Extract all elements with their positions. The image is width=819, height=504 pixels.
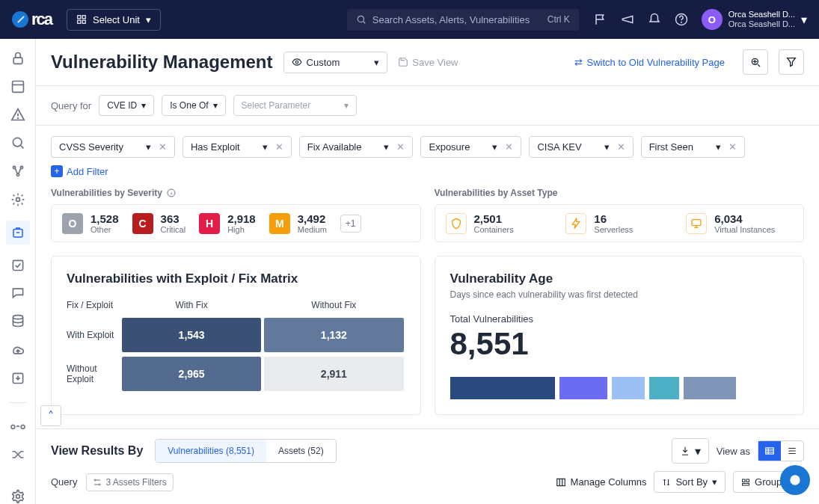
checklist-icon[interactable] xyxy=(10,258,25,273)
age-bar-segment[interactable] xyxy=(612,377,645,399)
matrix-cell[interactable]: 1,543 xyxy=(122,318,261,352)
info-icon[interactable] xyxy=(167,188,176,197)
severity-count: 1,528 xyxy=(91,212,119,225)
asset-item-virtual-instances[interactable]: 6,034Virtual Instances xyxy=(686,212,793,234)
manage-columns-button[interactable]: Manage Columns xyxy=(556,476,647,488)
svg-point-4 xyxy=(358,16,364,22)
severity-item-high[interactable]: H2,918High xyxy=(199,212,256,234)
infinity-icon[interactable] xyxy=(10,420,25,434)
view-mode-dropdown[interactable]: Custom ▾ xyxy=(283,52,388,73)
chevron-down-icon: ▾ xyxy=(146,141,151,153)
severity-block: Vulnerabilities by Severity O1,528OtherC… xyxy=(51,188,421,242)
assets-filter-chip[interactable]: 3 Assets Filters xyxy=(86,473,173,491)
chat-fab[interactable] xyxy=(780,465,810,495)
age-title: Vulnerability Age xyxy=(450,271,789,286)
select-unit-dropdown[interactable]: Select Unit ▾ xyxy=(67,9,161,31)
graph-icon[interactable] xyxy=(10,164,25,179)
severity-title-text: Vulnerabilities by Severity xyxy=(51,188,162,198)
query-operator-dropdown[interactable]: Is One Of▾ xyxy=(162,95,225,116)
close-icon[interactable]: ✕ xyxy=(396,141,405,153)
sidebar-divider xyxy=(9,402,27,403)
export-button[interactable]: ▾ xyxy=(672,438,709,464)
filter-label: Exposure xyxy=(429,141,470,153)
filter-chip-has-exploit[interactable]: Has Exploit▾✕ xyxy=(182,136,292,158)
severity-item-critical[interactable]: C363Critical xyxy=(132,212,186,234)
settings-icon[interactable] xyxy=(10,489,25,504)
avatar-initial: O xyxy=(708,14,716,25)
severity-badge: C xyxy=(132,213,153,234)
age-bar-segment[interactable] xyxy=(559,377,607,399)
expand-panel-button[interactable]: ˄ xyxy=(40,405,61,426)
filter-chip-fix-available[interactable]: Fix Available▾✕ xyxy=(299,136,414,158)
severity-label: Other xyxy=(91,225,119,234)
chat-icon[interactable] xyxy=(10,286,25,301)
flag-icon[interactable] xyxy=(594,13,607,26)
close-icon[interactable]: ✕ xyxy=(617,141,625,153)
page-header: Vulnerability Management Custom ▾ Save V… xyxy=(36,39,819,86)
age-bar-segment[interactable] xyxy=(450,377,555,399)
global-search[interactable]: Search Assets, Alerts, Vulnerabilities C… xyxy=(347,9,579,31)
help-icon[interactable] xyxy=(675,13,688,26)
gear-icon[interactable] xyxy=(10,192,25,207)
chevron-down-icon: ▾ xyxy=(716,141,721,153)
filter-chip-cisa-kev[interactable]: CISA KEV▾✕ xyxy=(529,136,633,158)
matrix-cell[interactable]: 1,132 xyxy=(264,318,403,352)
vulnerability-nav-icon[interactable] xyxy=(6,221,30,245)
query-param-input[interactable]: Select Parameter▾ xyxy=(233,95,357,116)
grid-icon xyxy=(76,14,87,25)
search-nav-icon[interactable] xyxy=(10,135,25,150)
severity-item-medium[interactable]: M3,492Medium xyxy=(269,212,327,234)
list-icon xyxy=(787,446,797,456)
close-icon[interactable]: ✕ xyxy=(275,141,283,153)
sidebar xyxy=(0,39,36,504)
lock-icon[interactable] xyxy=(10,51,25,66)
manage-columns-label: Manage Columns xyxy=(571,476,647,488)
shuffle-icon[interactable] xyxy=(10,447,25,462)
bell-icon[interactable] xyxy=(648,13,661,26)
user-menu[interactable]: O Orca Seashell D... Orca Seashell D... … xyxy=(702,9,807,30)
filter-chip-exposure[interactable]: Exposure▾✕ xyxy=(420,136,521,158)
close-icon[interactable]: ✕ xyxy=(159,141,167,153)
cloud-icon[interactable] xyxy=(10,342,25,357)
switch-old-page-link[interactable]: ⇄ Switch to Old Vulnerability Page xyxy=(574,57,725,68)
severity-item-other[interactable]: O1,528Other xyxy=(62,212,119,234)
page-title: Vulnerability Management xyxy=(51,52,273,73)
filter-button[interactable] xyxy=(779,49,804,75)
filter-chip-first-seen[interactable]: First Seen▾✕ xyxy=(641,136,745,158)
sort-by-dropdown[interactable]: Sort By▾ xyxy=(654,471,726,493)
age-bar-segment[interactable] xyxy=(684,377,736,399)
svg-rect-30 xyxy=(743,483,749,485)
result-tab[interactable]: Assets (52) xyxy=(266,440,336,462)
dashboard-icon[interactable] xyxy=(10,79,25,94)
query-field-dropdown[interactable]: CVE ID▾ xyxy=(99,95,154,116)
result-tab[interactable]: Vulnerabilities (8,551) xyxy=(156,440,266,462)
svg-rect-29 xyxy=(746,479,749,482)
filter-chip-cvss-severity[interactable]: CVSS Severity▾✕ xyxy=(51,136,175,158)
close-icon[interactable]: ✕ xyxy=(728,141,737,153)
query-param-placeholder: Select Parameter xyxy=(242,100,311,111)
matrix-cell[interactable]: 2,965 xyxy=(122,357,261,391)
severity-more-button[interactable]: +1 xyxy=(340,215,361,233)
filter-label: Fix Available xyxy=(307,141,362,153)
switch-link-label: Switch to Old Vulnerability Page xyxy=(586,57,725,68)
asset-item-serverless[interactable]: 16Serverless xyxy=(565,212,672,234)
ai-button[interactable] xyxy=(743,49,768,75)
select-unit-label: Select Unit xyxy=(93,14,140,25)
add-filter-button[interactable]: +Add Filter xyxy=(51,165,108,177)
filter-label: First Seen xyxy=(649,141,693,153)
save-view-button[interactable]: Save View xyxy=(398,57,458,68)
view-as-toggle xyxy=(758,440,804,461)
view-table-button[interactable] xyxy=(758,441,781,461)
alert-icon[interactable] xyxy=(10,108,25,123)
asset-item-containers[interactable]: 2,501Containers xyxy=(446,212,553,234)
announcement-icon[interactable] xyxy=(621,13,634,26)
matrix-cell[interactable]: 2,911 xyxy=(264,357,403,391)
age-bar-segment[interactable] xyxy=(649,377,679,399)
download-icon[interactable] xyxy=(10,371,25,386)
close-icon[interactable]: ✕ xyxy=(505,141,513,153)
table-icon xyxy=(764,446,775,456)
view-results-label: View Results By xyxy=(51,444,143,458)
database-icon[interactable] xyxy=(10,314,25,329)
svg-point-26 xyxy=(99,484,100,485)
view-list-button[interactable] xyxy=(781,441,803,461)
